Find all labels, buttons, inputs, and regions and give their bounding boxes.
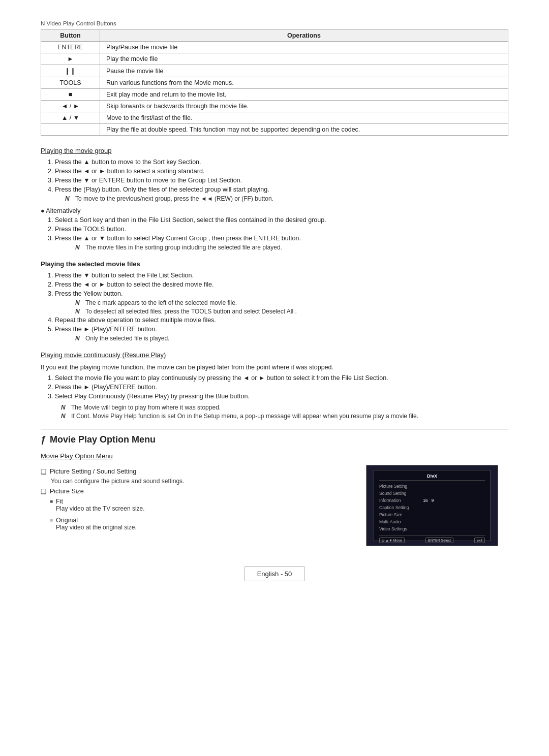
img-title: DivX [379, 474, 485, 481]
fit-desc: Play video at the TV screen size. [56, 505, 145, 512]
img-row-3: Information 16 9 [379, 498, 485, 503]
playing-continuous-title: Playing movie continuously (Resume Play) [41, 351, 508, 359]
note: NTo deselect all selected files, press t… [75, 308, 508, 315]
list-item: Press the ► (Play)/ENTERE button. [55, 326, 508, 333]
list-item: Select a Sort key and then in the File L… [55, 216, 508, 224]
continuous-intro: If you exit the playing movie function, … [41, 363, 508, 372]
table-row: ENTEREPlay/Pause the movie file [41, 42, 508, 53]
table-cell-operation: Play the file at double speed. This func… [100, 124, 508, 136]
img-row-7: Video Settings [379, 526, 485, 531]
table-cell-button: ▲ / ▼ [41, 112, 100, 124]
picture-sound-desc: You can configure the picture and sound … [51, 478, 351, 485]
option-menu-image-container: DivX Picture Setting Sound Setting Infor… [366, 465, 508, 546]
movie-option-subtitle: Movie Play Option Menu [41, 452, 508, 460]
note: NThe Movie will begin to play from where… [61, 404, 508, 411]
playing-group-section: Playing the movie group Press the ▲ butt… [41, 147, 508, 251]
table-row: ►Play the movie file [41, 53, 508, 65]
table-cell-operation: Play the movie file [100, 53, 508, 65]
list-item: Select the movie file you want to play c… [55, 374, 508, 382]
section-divider [41, 429, 508, 429]
note: NThe movie files in the sorting group in… [75, 244, 508, 251]
list-item: Press the ◄ or ► button to select the de… [55, 281, 508, 288]
table-row: TOOLSRun various functions from the Movi… [41, 77, 508, 89]
note: NTo move to the previous/next group, pre… [65, 195, 508, 202]
movie-option-title: Movie Play Option Menu [50, 434, 156, 445]
checkbox-icon-2: ❑ [41, 488, 47, 495]
table-cell-operation: Pause the movie file [100, 65, 508, 77]
picture-sound-label: Picture Setting / Sound Setting [50, 468, 136, 475]
list-item: Press the Yellow button. [55, 290, 508, 297]
img-btn-move: U ▲▼ Move [379, 538, 405, 543]
list-item: Select Play Continuously (Resume Play) b… [55, 393, 508, 400]
playing-group-steps: Press the ▲ button to move to the Sort k… [55, 159, 508, 202]
list-item: Press the (Play) button. Only the files … [55, 186, 508, 193]
table-cell-button: ■ [41, 89, 100, 101]
list-item: Press the ▲ or ▼ button to select Play C… [55, 235, 508, 242]
picture-size-item: ❑ Picture Size [41, 488, 351, 495]
note: NThe c mark appears to the left of the s… [75, 299, 508, 306]
img-bottom-bar: U ▲▼ Move ENTER Select exit [379, 536, 485, 543]
img-row-2: Sound Setting [379, 491, 485, 496]
fit-label: Fit [56, 498, 63, 505]
fit-item: ■ Fit Play video at the TV screen size. [50, 497, 351, 515]
alt-steps-list: Select a Sort key and then in the File L… [55, 216, 508, 251]
f-symbol: ƒ [41, 434, 46, 445]
table-cell-operation: Move to the first/last of the file. [100, 112, 508, 124]
square-icon-original: ■ [50, 517, 53, 523]
original-item: ■ Original Play video at the original si… [50, 516, 351, 534]
list-item: Press the ◄ or ► button to select a sort… [55, 168, 508, 175]
option-menu-left: ❑ Picture Setting / Sound Setting You ca… [41, 465, 351, 546]
option-menu-section: ❑ Picture Setting / Sound Setting You ca… [41, 465, 508, 546]
img-row-5: Picture Size [379, 512, 485, 517]
footer-label: English - 50 [257, 570, 292, 578]
footer-box: English - 50 [245, 566, 305, 581]
list-item: Press the ▲ button to move to the Sort k… [55, 159, 508, 166]
table-row: ◄ / ►Skip forwards or backwards through … [41, 101, 508, 112]
original-label: Original [56, 517, 78, 524]
footer: English - 50 [41, 566, 508, 581]
note: NOnly the selected file is played. [75, 335, 508, 342]
playing-selected-section: Playing the selected movie files Press t… [41, 260, 508, 342]
list-item: Press the TOOLS button. [55, 226, 508, 233]
col-operations: Operations [100, 30, 508, 42]
playing-group-title: Playing the movie group [41, 147, 508, 154]
table-cell-button: ◄ / ► [41, 101, 100, 112]
picture-sound-item: ❑ Picture Setting / Sound Setting [41, 468, 351, 476]
playing-selected-steps: Press the ▼ button to select the File Li… [55, 272, 508, 342]
table-row: ■Exit play mode and return to the movie … [41, 89, 508, 101]
list-item: Press the ► (Play)/ENTERE button. [55, 384, 508, 391]
original-desc: Play video at the original size. [56, 524, 137, 531]
table-cell-operation: Run various functions from the Movie men… [100, 77, 508, 89]
playing-selected-title: Playing the selected movie files [41, 260, 508, 268]
img-row-6: Multi-Audio [379, 519, 485, 524]
img-row-1: Picture Setting [379, 484, 485, 489]
list-item: Press the ▼ or ENTERE button to move to … [55, 177, 508, 184]
playing-continuous-section: Playing movie continuously (Resume Play)… [41, 351, 508, 420]
col-button: Button [41, 30, 100, 42]
table-row: Play the file at double speed. This func… [41, 124, 508, 136]
alternatively-label: ● Alternatively [41, 207, 508, 214]
img-btn-select: ENTER Select [425, 538, 453, 543]
control-buttons-table: Button Operations ENTEREPlay/Pause the m… [41, 29, 508, 136]
movie-option-header: ƒ Movie Play Option Menu [41, 434, 508, 445]
table-cell-button: ❙❙ [41, 65, 100, 77]
img-btn-exit: exit [474, 538, 485, 543]
square-icon-fit: ■ [50, 498, 53, 504]
img-inner: DivX Picture Setting Sound Setting Infor… [374, 470, 491, 541]
table-cell-operation: Skip forwards or backwards through the m… [100, 101, 508, 112]
table-cell-button: ► [41, 53, 100, 65]
list-item: Press the ▼ button to select the File Li… [55, 272, 508, 279]
table-row: ▲ / ▼Move to the first/last of the file. [41, 112, 508, 124]
table-cell-operation: Play/Pause the movie file [100, 42, 508, 53]
table-cell-operation: Exit play mode and return to the movie l… [100, 89, 508, 101]
continuous-steps-list: Select the movie file you want to play c… [55, 374, 508, 400]
note: NIf Cont. Movie Play Help function is se… [61, 413, 508, 420]
img-row-4: Caption Setting [379, 505, 485, 510]
list-item: Repeat the above operation to select mul… [55, 317, 508, 324]
table-row: ❙❙Pause the movie file [41, 65, 508, 77]
table-cell-button: ENTERE [41, 42, 100, 53]
table-cell-button: TOOLS [41, 77, 100, 89]
picture-size-label: Picture Size [50, 488, 84, 495]
table-cell-button [41, 124, 100, 136]
option-menu-screenshot: DivX Picture Setting Sound Setting Infor… [366, 465, 498, 546]
